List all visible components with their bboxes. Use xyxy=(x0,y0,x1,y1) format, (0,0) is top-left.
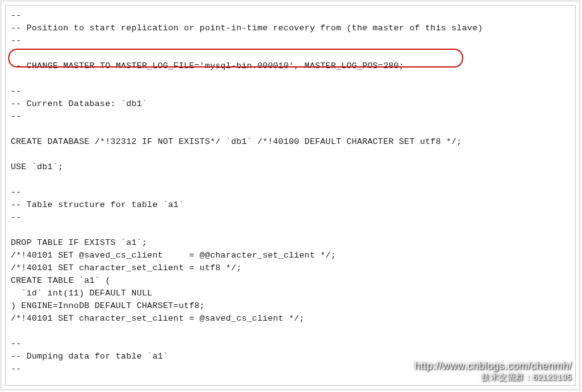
watermark-group: 技术交流群：62122135 xyxy=(482,372,572,383)
code-line-highlighted: -- CHANGE MASTER TO MASTER_LOG_FILE='mys… xyxy=(11,61,404,71)
code-line: /*!40101 SET character_set_client = @sav… xyxy=(11,314,305,323)
code-line: /*!40101 SET @saved_cs_client = @@charac… xyxy=(11,251,336,260)
code-line: -- Position to start replication or poin… xyxy=(11,23,483,33)
watermark-url: http://www.cnblogs.com/chenmh/ xyxy=(415,360,572,372)
code-line: DROP TABLE IF EXISTS `a1`; xyxy=(11,238,147,247)
code-line: USE `db1`; xyxy=(11,162,63,172)
code-line: -- Table structure for table `a1` xyxy=(11,200,184,210)
code-block: -- -- Position to start replication or p… xyxy=(6,6,575,386)
code-line: CREATE TABLE `a1` ( xyxy=(11,276,111,285)
code-line: CREATE DATABASE /*!32312 IF NOT EXISTS*/… xyxy=(11,137,462,146)
code-line: /*!40101 SET character_set_client = utf8… xyxy=(11,263,241,273)
code-line: `id` int(11) DEFAULT NULL xyxy=(11,288,152,298)
code-line: -- xyxy=(11,339,21,348)
code-line: -- Dumping data for table `a1` xyxy=(11,352,168,361)
code-container: -- -- Position to start replication or p… xyxy=(5,5,576,386)
code-line: -- xyxy=(11,364,21,374)
code-line: -- xyxy=(11,11,21,20)
code-line: -- xyxy=(11,213,21,222)
code-line: -- xyxy=(11,86,21,96)
code-line: -- xyxy=(11,187,21,197)
code-line: -- xyxy=(11,112,21,121)
code-line: -- xyxy=(11,36,21,45)
code-line: ) ENGINE=InnoDB DEFAULT CHARSET=utf8; xyxy=(11,301,205,311)
outer-frame: -- -- Position to start replication or p… xyxy=(1,1,580,390)
code-line: -- Current Database: `db1` xyxy=(11,99,147,109)
